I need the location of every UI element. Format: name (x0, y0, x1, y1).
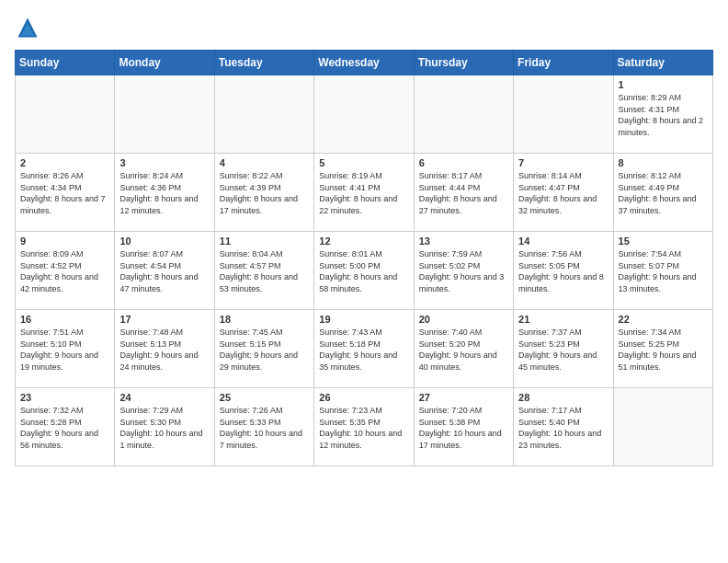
day-info: Sunrise: 8:17 AM Sunset: 4:44 PM Dayligh… (419, 170, 508, 216)
calendar-cell: 16Sunrise: 7:51 AM Sunset: 5:10 PM Dayli… (16, 310, 115, 388)
day-number: 5 (319, 157, 408, 168)
calendar-cell (514, 75, 613, 154)
day-info: Sunrise: 7:32 AM Sunset: 5:28 PM Dayligh… (20, 405, 109, 451)
day-number: 1 (619, 79, 708, 90)
day-number: 2 (20, 157, 109, 168)
day-info: Sunrise: 7:17 AM Sunset: 5:40 PM Dayligh… (518, 405, 608, 451)
day-info: Sunrise: 7:40 AM Sunset: 5:20 PM Dayligh… (419, 327, 508, 373)
day-number: 22 (619, 314, 708, 325)
day-number: 27 (419, 392, 508, 403)
calendar-cell: 25Sunrise: 7:26 AM Sunset: 5:33 PM Dayli… (214, 388, 313, 466)
calendar-cell: 17Sunrise: 7:48 AM Sunset: 5:13 PM Dayli… (115, 310, 214, 388)
day-number: 17 (119, 314, 209, 325)
weekday-header: Tuesday (214, 51, 313, 75)
calendar-cell: 10Sunrise: 8:07 AM Sunset: 4:54 PM Dayli… (115, 232, 214, 310)
weekday-header: Saturday (613, 51, 712, 75)
weekday-header: Friday (514, 51, 613, 75)
day-info: Sunrise: 7:45 AM Sunset: 5:15 PM Dayligh… (220, 327, 309, 373)
calendar-cell: 4Sunrise: 8:22 AM Sunset: 4:39 PM Daylig… (214, 154, 313, 232)
calendar-cell: 15Sunrise: 7:54 AM Sunset: 5:07 PM Dayli… (613, 232, 712, 310)
day-info: Sunrise: 7:20 AM Sunset: 5:38 PM Dayligh… (419, 405, 508, 451)
calendar-cell: 19Sunrise: 7:43 AM Sunset: 5:18 PM Dayli… (314, 310, 414, 388)
day-number: 10 (119, 236, 209, 247)
calendar-cell: 24Sunrise: 7:29 AM Sunset: 5:30 PM Dayli… (115, 388, 214, 466)
day-number: 25 (220, 392, 309, 403)
day-number: 26 (319, 392, 408, 403)
calendar-cell: 18Sunrise: 7:45 AM Sunset: 5:15 PM Dayli… (214, 310, 313, 388)
calendar-cell: 13Sunrise: 7:59 AM Sunset: 5:02 PM Dayli… (414, 232, 513, 310)
day-number: 13 (419, 236, 508, 247)
calendar-cell (613, 388, 712, 466)
day-number: 12 (319, 236, 408, 247)
calendar-cell (214, 75, 313, 154)
day-number: 14 (518, 236, 608, 247)
day-info: Sunrise: 7:51 AM Sunset: 5:10 PM Dayligh… (20, 327, 109, 373)
calendar-week-row: 23Sunrise: 7:32 AM Sunset: 5:28 PM Dayli… (16, 388, 713, 466)
day-info: Sunrise: 7:43 AM Sunset: 5:18 PM Dayligh… (319, 327, 408, 373)
day-info: Sunrise: 7:23 AM Sunset: 5:35 PM Dayligh… (319, 405, 408, 451)
day-number: 21 (518, 314, 608, 325)
logo (15, 15, 44, 40)
calendar-cell: 27Sunrise: 7:20 AM Sunset: 5:38 PM Dayli… (414, 388, 513, 466)
calendar-table: SundayMondayTuesdayWednesdayThursdayFrid… (15, 50, 713, 466)
calendar-cell: 22Sunrise: 7:34 AM Sunset: 5:25 PM Dayli… (613, 310, 712, 388)
logo-icon (15, 15, 40, 40)
day-info: Sunrise: 8:14 AM Sunset: 4:47 PM Dayligh… (518, 170, 608, 216)
calendar-cell (115, 75, 214, 154)
calendar-cell: 23Sunrise: 7:32 AM Sunset: 5:28 PM Dayli… (16, 388, 115, 466)
day-number: 16 (20, 314, 109, 325)
weekday-header: Wednesday (314, 51, 414, 75)
weekday-header: Thursday (414, 51, 513, 75)
day-info: Sunrise: 7:37 AM Sunset: 5:23 PM Dayligh… (518, 327, 608, 373)
calendar-cell: 1Sunrise: 8:29 AM Sunset: 4:31 PM Daylig… (613, 75, 712, 154)
day-number: 15 (619, 236, 708, 247)
calendar-week-row: 16Sunrise: 7:51 AM Sunset: 5:10 PM Dayli… (16, 310, 713, 388)
calendar-cell: 3Sunrise: 8:24 AM Sunset: 4:36 PM Daylig… (115, 154, 214, 232)
day-info: Sunrise: 8:26 AM Sunset: 4:34 PM Dayligh… (20, 170, 109, 216)
day-info: Sunrise: 8:24 AM Sunset: 4:36 PM Dayligh… (119, 170, 209, 216)
weekday-header: Monday (115, 51, 214, 75)
day-number: 11 (220, 236, 309, 247)
day-number: 3 (119, 157, 209, 168)
day-info: Sunrise: 7:54 AM Sunset: 5:07 PM Dayligh… (619, 248, 708, 294)
calendar-cell (314, 75, 414, 154)
day-info: Sunrise: 8:01 AM Sunset: 5:00 PM Dayligh… (319, 248, 408, 294)
calendar-cell: 9Sunrise: 8:09 AM Sunset: 4:52 PM Daylig… (16, 232, 115, 310)
day-info: Sunrise: 7:56 AM Sunset: 5:05 PM Dayligh… (518, 248, 608, 294)
day-number: 7 (518, 157, 608, 168)
page-header (15, 15, 713, 40)
day-number: 20 (419, 314, 508, 325)
calendar-cell: 2Sunrise: 8:26 AM Sunset: 4:34 PM Daylig… (16, 154, 115, 232)
day-number: 18 (220, 314, 309, 325)
day-number: 19 (319, 314, 408, 325)
weekday-header-row: SundayMondayTuesdayWednesdayThursdayFrid… (16, 51, 713, 75)
day-info: Sunrise: 8:22 AM Sunset: 4:39 PM Dayligh… (220, 170, 309, 216)
calendar-cell: 28Sunrise: 7:17 AM Sunset: 5:40 PM Dayli… (514, 388, 613, 466)
day-info: Sunrise: 8:29 AM Sunset: 4:31 PM Dayligh… (619, 92, 708, 138)
day-number: 28 (518, 392, 608, 403)
calendar-cell: 7Sunrise: 8:14 AM Sunset: 4:47 PM Daylig… (514, 154, 613, 232)
day-info: Sunrise: 8:04 AM Sunset: 4:57 PM Dayligh… (220, 248, 309, 294)
calendar-cell: 8Sunrise: 8:12 AM Sunset: 4:49 PM Daylig… (613, 154, 712, 232)
calendar-cell: 14Sunrise: 7:56 AM Sunset: 5:05 PM Dayli… (514, 232, 613, 310)
day-info: Sunrise: 8:07 AM Sunset: 4:54 PM Dayligh… (119, 248, 209, 294)
day-info: Sunrise: 7:59 AM Sunset: 5:02 PM Dayligh… (419, 248, 508, 294)
calendar-cell (16, 75, 115, 154)
day-number: 4 (220, 157, 309, 168)
weekday-header: Sunday (16, 51, 115, 75)
calendar-week-row: 2Sunrise: 8:26 AM Sunset: 4:34 PM Daylig… (16, 154, 713, 232)
calendar-cell: 21Sunrise: 7:37 AM Sunset: 5:23 PM Dayli… (514, 310, 613, 388)
calendar-week-row: 1Sunrise: 8:29 AM Sunset: 4:31 PM Daylig… (16, 75, 713, 154)
day-info: Sunrise: 8:19 AM Sunset: 4:41 PM Dayligh… (319, 170, 408, 216)
day-number: 9 (20, 236, 109, 247)
day-info: Sunrise: 7:29 AM Sunset: 5:30 PM Dayligh… (119, 405, 209, 451)
calendar-cell (414, 75, 513, 154)
day-info: Sunrise: 8:09 AM Sunset: 4:52 PM Dayligh… (20, 248, 109, 294)
day-info: Sunrise: 7:34 AM Sunset: 5:25 PM Dayligh… (619, 327, 708, 373)
calendar-cell: 5Sunrise: 8:19 AM Sunset: 4:41 PM Daylig… (314, 154, 414, 232)
day-number: 23 (20, 392, 109, 403)
day-number: 6 (419, 157, 508, 168)
calendar-cell: 12Sunrise: 8:01 AM Sunset: 5:00 PM Dayli… (314, 232, 414, 310)
day-info: Sunrise: 8:12 AM Sunset: 4:49 PM Dayligh… (619, 170, 708, 216)
calendar-cell: 11Sunrise: 8:04 AM Sunset: 4:57 PM Dayli… (214, 232, 313, 310)
